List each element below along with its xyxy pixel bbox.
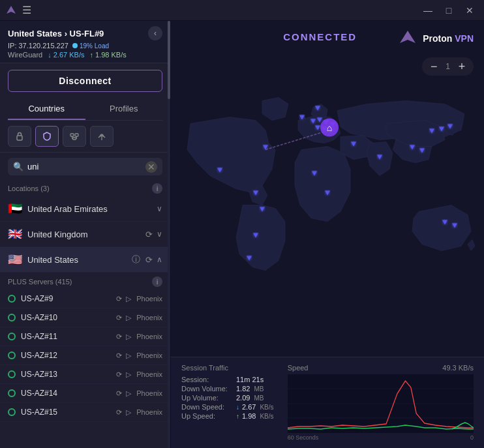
- country-actions-uae: ∨: [157, 204, 162, 213]
- filter-tor-button[interactable]: [90, 126, 113, 147]
- stats-left: Session Traffic Session: 11m 21s Down Vo…: [181, 364, 275, 421]
- tab-countries[interactable]: Countries: [8, 98, 85, 120]
- server-reconnect-icon-az14[interactable]: ⟳: [116, 389, 122, 398]
- stats-up-vol-unit: MB: [254, 395, 264, 402]
- chevron-down-icon-uae: ∨: [157, 204, 162, 213]
- server-reconnect-icon-az10[interactable]: ⟳: [116, 314, 122, 322]
- filter-p2p-button[interactable]: [63, 126, 86, 147]
- connection-ip: IP: 37.120.215.227: [8, 42, 68, 50]
- server-section-right: i: [152, 276, 162, 287]
- filter-icons-bar: [0, 121, 170, 153]
- stats-title: Session Traffic: [181, 364, 275, 372]
- locations-info-button[interactable]: i: [152, 183, 162, 194]
- server-connect-icon-az10[interactable]: ▷: [126, 314, 131, 322]
- server-status-az14: [8, 389, 16, 397]
- right-panel: ⌂ CONNECTED Proton VPN − 1 +: [171, 21, 484, 448]
- server-connect-icon-az15[interactable]: ▷: [126, 408, 131, 417]
- down-arrow-icon: ↓: [236, 404, 239, 411]
- search-input[interactable]: [27, 158, 142, 175]
- locations-section-header: Locations (3) i: [0, 181, 170, 196]
- server-city-az10: Phoenix: [136, 314, 162, 321]
- server-item-az11[interactable]: US-AZ#11 ⟳ ▷ Phoenix: [0, 327, 170, 346]
- server-actions-az14: ⟳ ▷: [116, 389, 131, 398]
- minimize-button[interactable]: —: [419, 1, 437, 20]
- server-item-az10[interactable]: US-AZ#10 ⟳ ▷ Phoenix: [0, 308, 170, 327]
- server-item-az9[interactable]: US-AZ#9 ⟳ ▷ Phoenix: [0, 290, 170, 308]
- scrollbar-track[interactable]: [168, 21, 170, 448]
- map-area: ⌂ CONNECTED Proton VPN − 1 +: [171, 21, 484, 357]
- server-name-az14: US-AZ#14: [21, 389, 116, 398]
- zoom-minus-button[interactable]: −: [426, 59, 442, 74]
- country-name-us: United States: [27, 255, 130, 265]
- server-actions-az10: ⟳ ▷: [116, 314, 131, 322]
- server-connect-icon-az12[interactable]: ▷: [126, 351, 131, 360]
- search-clear-button[interactable]: ✕: [145, 161, 157, 173]
- stats-up-vol-val: 2.09: [236, 394, 250, 402]
- scrollbar-thumb[interactable]: [168, 21, 170, 99]
- stats-down-vol-unit: MB: [254, 385, 264, 393]
- app-icon: [5, 5, 17, 16]
- flag-us: 🇺🇸: [8, 252, 22, 267]
- country-name-uk: United Kingdom: [27, 230, 144, 239]
- plus-servers-info-button[interactable]: i: [152, 276, 162, 287]
- country-item-uae[interactable]: 🇦🇪 United Arab Emirates ∨: [0, 196, 170, 222]
- stats-down-speed-label: Down Speed:: [181, 403, 234, 411]
- server-item-az12[interactable]: US-AZ#12 ⟳ ▷ Phoenix: [0, 346, 170, 365]
- reconnect-us-button[interactable]: ⟳: [144, 254, 154, 266]
- server-reconnect-icon-az15[interactable]: ⟳: [116, 408, 122, 417]
- zoom-plus-button[interactable]: +: [454, 59, 470, 74]
- svg-rect-2: [70, 134, 74, 136]
- server-item-az14[interactable]: US-AZ#14 ⟳ ▷ Phoenix: [0, 384, 170, 403]
- server-status-az9: [8, 295, 16, 303]
- tab-profiles[interactable]: Profiles: [85, 98, 163, 120]
- stats-up-speed-unit: KB/s: [260, 413, 273, 420]
- stats-up-vol-label: Up Volume:: [181, 394, 234, 402]
- server-city-az9: Phoenix: [136, 295, 162, 303]
- up-arrow-icon: ↑: [236, 413, 239, 420]
- maximize-button[interactable]: □: [440, 1, 458, 20]
- server-reconnect-icon-az13[interactable]: ⟳: [116, 370, 122, 379]
- country-item-uk[interactable]: 🇬🇧 United Kingdom ⟳ ∨: [0, 222, 170, 247]
- info-us-button[interactable]: ⓘ: [130, 252, 142, 267]
- close-button[interactable]: ✕: [461, 1, 479, 20]
- search-icon: 🔍: [13, 162, 23, 172]
- server-reconnect-icon-az12[interactable]: ⟳: [116, 351, 122, 360]
- server-name-az10: US-AZ#10: [21, 313, 116, 322]
- server-connect-icon-az9[interactable]: ▷: [126, 295, 131, 303]
- stats-session-val: 11m 21s: [236, 376, 264, 383]
- server-status-az13: [8, 370, 16, 378]
- server-connect-icon-az13[interactable]: ▷: [126, 370, 131, 379]
- country-item-us[interactable]: 🇺🇸 United States ⓘ ⟳ ∧: [0, 247, 170, 273]
- connection-server: United States › US-FL#9: [8, 29, 104, 38]
- filter-lock-button[interactable]: [8, 126, 31, 147]
- stats-down-vol-val: 1.82: [236, 385, 250, 393]
- connection-load: 19% Load: [72, 42, 109, 50]
- chart-time-label: 60 Seconds: [288, 434, 319, 441]
- server-reconnect-icon-az9[interactable]: ⟳: [116, 295, 122, 303]
- title-bar-controls: — □ ✕: [419, 1, 479, 20]
- server-reconnect-icon-az11[interactable]: ⟳: [116, 333, 122, 341]
- server-city-az15: Phoenix: [136, 408, 162, 416]
- server-item-az15[interactable]: US-AZ#15 ⟳ ▷ Phoenix: [0, 403, 170, 422]
- server-status-az12: [8, 351, 16, 359]
- reconnect-uk-button[interactable]: ⟳: [144, 228, 154, 241]
- svg-marker-0: [7, 6, 16, 14]
- filter-shield-button[interactable]: [35, 126, 59, 147]
- server-actions-az13: ⟳ ▷: [116, 370, 131, 379]
- country-name-uae: United Arab Emirates: [27, 204, 157, 214]
- disconnect-button[interactable]: Disconnect: [8, 70, 162, 92]
- svg-rect-3: [75, 134, 78, 136]
- server-item-az13[interactable]: US-AZ#13 ⟳ ▷ Phoenix: [0, 365, 170, 384]
- server-connect-icon-az11[interactable]: ▷: [126, 333, 131, 341]
- hamburger-icon[interactable]: ☰: [22, 4, 31, 16]
- country-actions-uk: ⟳ ∨: [144, 228, 162, 241]
- server-connect-icon-az14[interactable]: ▷: [126, 389, 131, 398]
- server-name-az11: US-AZ#11: [21, 332, 116, 341]
- speed-up: ↑ 1.98 KB/s: [89, 51, 126, 59]
- shield-icon: [42, 131, 52, 142]
- zoom-controls: − 1 +: [422, 57, 474, 76]
- sidebar-collapse-button[interactable]: ‹: [148, 26, 162, 40]
- locations-label: Locations (3): [8, 185, 50, 192]
- conn-top: United States › US-FL#9 ‹: [8, 26, 162, 40]
- tabs: Countries Profiles: [8, 98, 162, 121]
